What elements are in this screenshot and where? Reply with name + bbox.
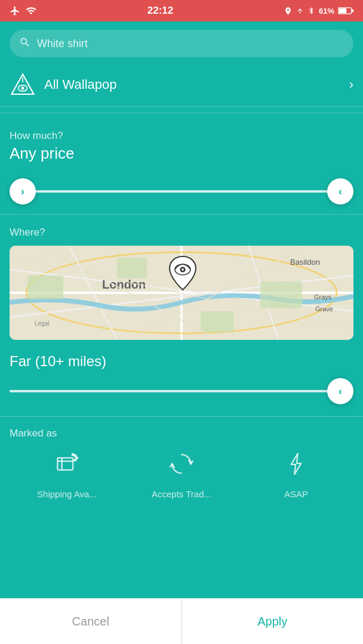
status-right: 61% <box>284 6 353 16</box>
svg-point-29 <box>182 268 184 271</box>
apply-button[interactable]: Apply <box>182 599 364 644</box>
marked-as-label: Marked as <box>10 428 353 439</box>
bluetooth-icon <box>307 6 315 16</box>
marked-as-section: Marked as Shipping Ava... <box>0 417 363 505</box>
status-left <box>10 5 37 16</box>
search-icon <box>19 36 31 51</box>
map-view: London Basildon Grays Grave Legal <box>10 246 353 340</box>
bottom-bar: Cancel Apply <box>0 598 363 644</box>
shipping-available-option[interactable]: Shipping Ava... <box>16 450 119 499</box>
svg-point-36 <box>72 454 74 456</box>
all-wallapop-label: All Wallapop <box>44 77 341 92</box>
search-bar[interactable]: White shirt <box>10 30 353 57</box>
svg-rect-18 <box>201 311 233 332</box>
svg-point-5 <box>21 86 24 89</box>
svg-rect-1 <box>352 9 353 12</box>
svg-text:Legal: Legal <box>35 320 49 327</box>
svg-point-33 <box>74 455 76 457</box>
accepts-trades-option[interactable]: Accepts Trad... <box>130 450 233 499</box>
trades-icon <box>168 450 195 483</box>
price-section: How much? Any price › ‹ <box>0 119 363 209</box>
arrow-left-icon: ‹ <box>339 185 342 198</box>
status-time: 22:12 <box>147 5 173 17</box>
distance-slider-thumb[interactable]: ‹ <box>327 378 353 404</box>
arrow-up-icon <box>296 7 304 16</box>
wifi-icon <box>25 5 37 16</box>
search-value: White shirt <box>37 38 88 50</box>
wallapop-logo-icon <box>10 72 36 98</box>
svg-text:Grave: Grave <box>315 305 333 312</box>
where-section: Where? <box>0 218 363 239</box>
asap-option[interactable]: ASAP <box>245 450 348 499</box>
status-bar: 22:12 61% <box>0 0 363 21</box>
svg-rect-17 <box>260 281 302 308</box>
svg-rect-30 <box>57 458 73 470</box>
shipping-label: Shipping Ava... <box>37 489 97 499</box>
svg-rect-15 <box>27 275 63 299</box>
asap-label: ASAP <box>284 489 308 499</box>
distance-slider[interactable]: ‹ <box>10 374 353 408</box>
map-container[interactable]: London Basildon Grays Grave Legal <box>10 246 353 340</box>
airplane-icon <box>10 5 20 16</box>
all-wallapop-row[interactable]: All Wallapop › <box>0 63 363 107</box>
divider-2 <box>0 214 363 215</box>
distance-slider-fill <box>10 390 353 392</box>
distance-arrow-left-icon: ‹ <box>339 385 342 398</box>
slider-thumb-right[interactable]: ‹ <box>327 178 353 205</box>
trades-label: Accepts Trad... <box>152 489 211 499</box>
battery-pct: 61% <box>319 7 334 16</box>
battery-icon <box>338 7 353 15</box>
how-much-label: How much? <box>10 130 353 142</box>
marked-options: Shipping Ava... Accepts Trad... <box>10 450 353 499</box>
location-icon <box>284 7 293 16</box>
svg-text:Basildon: Basildon <box>290 258 320 267</box>
slider-fill <box>10 190 353 193</box>
divider-1 <box>0 113 363 113</box>
distance-value: Far (10+ miles) <box>0 347 363 370</box>
arrow-right-icon: › <box>21 185 24 198</box>
svg-rect-16 <box>117 258 147 278</box>
price-slider[interactable]: › ‹ <box>10 174 353 209</box>
asap-icon <box>282 450 310 483</box>
svg-point-34 <box>76 457 78 459</box>
where-label: Where? <box>10 227 353 239</box>
chevron-right-icon: › <box>349 77 353 92</box>
svg-rect-2 <box>339 8 346 13</box>
slider-thumb-left[interactable]: › <box>10 178 36 205</box>
svg-text:Grays: Grays <box>314 293 332 301</box>
cancel-button[interactable]: Cancel <box>0 599 182 644</box>
price-value: Any price <box>10 144 353 163</box>
svg-point-35 <box>74 459 76 461</box>
shipping-icon <box>53 450 81 483</box>
